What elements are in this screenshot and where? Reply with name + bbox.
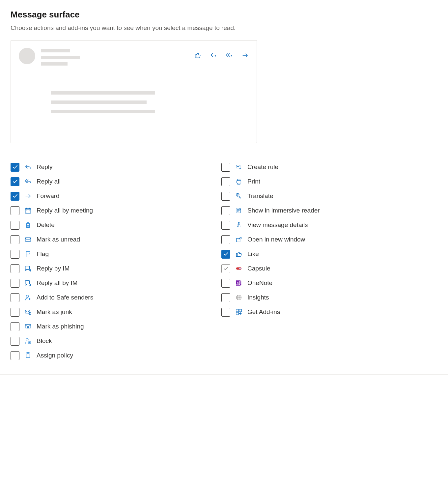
action-item: Reply by IM xyxy=(11,263,208,274)
checkbox[interactable] xyxy=(221,279,230,288)
person-add-icon xyxy=(24,294,32,301)
action-label: Mark as phishing xyxy=(37,323,84,330)
checkbox[interactable] xyxy=(221,177,230,186)
action-item: Flag xyxy=(11,248,208,260)
reply-icon xyxy=(210,52,217,60)
checkbox[interactable] xyxy=(11,351,19,360)
avatar-placeholder xyxy=(19,48,35,64)
action-item: Mark as unread xyxy=(11,234,208,245)
checkbox[interactable] xyxy=(221,206,230,215)
im-icon xyxy=(24,279,32,287)
action-label: Open in new window xyxy=(247,236,305,243)
action-label: Print xyxy=(247,178,260,185)
preview-actions xyxy=(194,52,249,60)
action-label: Create rule xyxy=(247,163,278,171)
block-icon xyxy=(24,337,32,345)
forward-icon xyxy=(241,52,249,60)
mail-icon xyxy=(24,236,32,243)
action-label: View message details xyxy=(247,221,308,229)
placeholder-line xyxy=(51,100,147,104)
trash-icon xyxy=(24,221,32,229)
checkbox[interactable] xyxy=(221,293,230,302)
action-item: Get Add-ins xyxy=(221,306,419,318)
reply-icon xyxy=(24,163,32,171)
action-label: Get Add-ins xyxy=(247,308,280,316)
addins-icon xyxy=(235,308,243,316)
checkbox[interactable] xyxy=(221,163,230,172)
checkbox[interactable] xyxy=(11,250,19,259)
reply-all-icon xyxy=(226,52,233,60)
checkbox[interactable] xyxy=(11,337,19,346)
placeholder-line xyxy=(41,49,70,52)
translate-icon xyxy=(235,192,243,200)
checkbox[interactable] xyxy=(11,235,19,244)
checkbox[interactable] xyxy=(221,192,230,201)
onenote-icon xyxy=(235,279,243,287)
im-icon xyxy=(24,265,32,272)
actions-column-left: ReplyReply allForwardReply all by meetin… xyxy=(11,161,208,361)
checkbox[interactable] xyxy=(11,293,19,302)
action-label: Show in immersive reader xyxy=(247,207,320,214)
action-item: Delete xyxy=(11,219,208,231)
action-item: Block xyxy=(11,335,208,347)
action-item: View message details xyxy=(221,219,419,231)
checkbox[interactable] xyxy=(11,177,19,186)
rule-icon xyxy=(235,163,243,171)
action-label: Delete xyxy=(37,221,55,229)
forward-icon xyxy=(24,192,32,200)
action-label: Mark as junk xyxy=(37,308,72,316)
action-label: Add to Safe senders xyxy=(37,294,93,301)
checkbox[interactable] xyxy=(11,279,19,288)
action-label: Insights xyxy=(247,294,269,301)
insights-icon xyxy=(235,294,243,301)
action-item: Like xyxy=(221,248,419,260)
checkbox[interactable] xyxy=(221,264,230,273)
page-title: Message surface xyxy=(11,10,437,20)
action-label: OneNote xyxy=(247,279,272,287)
action-item: Translate xyxy=(221,190,419,202)
action-label: Block xyxy=(37,337,52,345)
flag-icon xyxy=(24,250,32,258)
action-label: Mark as unread xyxy=(37,236,80,243)
placeholder-line xyxy=(41,62,68,66)
checkbox[interactable] xyxy=(11,308,19,317)
placeholder-line xyxy=(51,110,155,113)
policy-icon xyxy=(24,352,32,359)
action-item: Reply xyxy=(11,161,208,173)
checkbox[interactable] xyxy=(11,221,19,230)
like-icon xyxy=(235,250,243,258)
checkbox[interactable] xyxy=(221,221,230,230)
junk-icon xyxy=(24,308,32,316)
action-label: Translate xyxy=(247,192,273,200)
action-item: Reply all xyxy=(11,176,208,187)
checkbox[interactable] xyxy=(11,206,19,215)
like-icon xyxy=(194,52,201,60)
action-item: Print xyxy=(221,176,419,187)
action-label: Assign policy xyxy=(37,352,73,359)
actions-column-right: Create rulePrintTranslateShow in immersi… xyxy=(221,161,419,361)
checkbox[interactable] xyxy=(221,308,230,317)
checkbox[interactable] xyxy=(221,235,230,244)
checkbox[interactable] xyxy=(11,322,19,331)
print-icon xyxy=(235,178,243,185)
action-item: Mark as phishing xyxy=(11,321,208,332)
checkbox[interactable] xyxy=(11,192,19,201)
action-label: Like xyxy=(247,250,259,258)
checkbox[interactable] xyxy=(221,250,230,259)
message-preview xyxy=(11,40,257,143)
action-item: Open in new window xyxy=(221,234,419,245)
action-label: Capsule xyxy=(247,265,270,272)
checkbox[interactable] xyxy=(11,264,19,273)
action-item: Reply all by meeting xyxy=(11,205,208,216)
action-item: Capsule xyxy=(221,263,419,274)
popout-icon xyxy=(235,236,243,243)
reply-all-icon xyxy=(24,178,32,185)
action-label: Reply all by meeting xyxy=(37,207,93,214)
immersive-icon xyxy=(235,207,243,214)
page-subtitle: Choose actions and add-ins you want to s… xyxy=(11,24,437,32)
action-label: Reply by IM xyxy=(37,265,70,272)
checkbox[interactable] xyxy=(11,163,19,172)
details-icon xyxy=(235,221,243,229)
action-item: Create rule xyxy=(221,161,419,173)
phishing-icon xyxy=(24,323,32,330)
